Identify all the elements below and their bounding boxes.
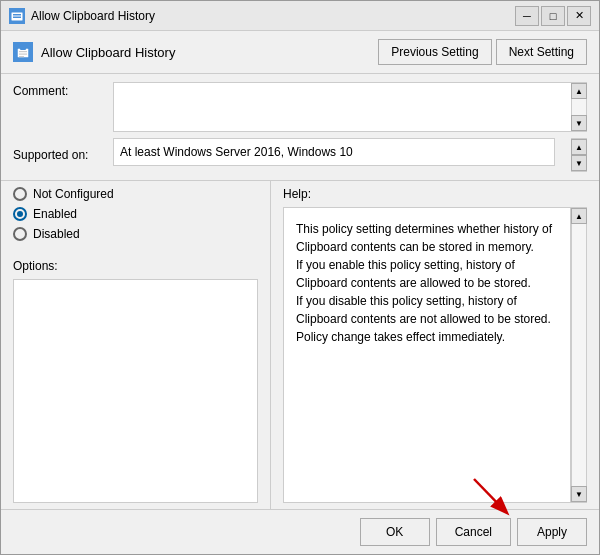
help-scroll-track — [572, 224, 586, 486]
content-area: Comment: ▲ ▼ Supported on: At least Wind… — [1, 74, 599, 554]
cancel-button[interactable]: Cancel — [436, 518, 511, 546]
top-section: Comment: ▲ ▼ Supported on: At least Wind… — [1, 74, 599, 181]
supported-row: Supported on: At least Windows Server 20… — [13, 138, 587, 172]
header-icon — [13, 42, 33, 62]
nav-buttons: Previous Setting Next Setting — [378, 39, 587, 65]
radio-not-configured-input[interactable] — [13, 187, 27, 201]
options-label: Options: — [13, 259, 258, 273]
maximize-button[interactable]: □ — [541, 6, 565, 26]
dialog-title: Allow Clipboard History — [41, 45, 378, 60]
comment-row: Comment: ▲ ▼ — [13, 82, 587, 132]
window-icon — [9, 8, 25, 24]
close-button[interactable]: ✕ — [567, 6, 591, 26]
help-label: Help: — [283, 187, 587, 201]
svg-rect-5 — [19, 51, 27, 52]
radio-disabled[interactable]: Disabled — [13, 227, 258, 241]
footer: OK Cancel Apply — [1, 509, 599, 554]
supported-scroll-container: At least Windows Server 2016, Windows 10… — [113, 138, 587, 172]
radio-group: Not Configured Enabled Disabled — [13, 187, 258, 247]
right-panel: Help: This policy setting determines whe… — [271, 181, 599, 509]
radio-not-configured[interactable]: Not Configured — [13, 187, 258, 201]
supported-scroll-down[interactable]: ▼ — [571, 155, 587, 171]
apply-button[interactable]: Apply — [517, 518, 587, 546]
comment-label: Comment: — [13, 82, 113, 98]
left-panel: Not Configured Enabled Disabled Options: — [1, 181, 271, 509]
window-title: Allow Clipboard History — [31, 9, 515, 23]
comment-scroll-up[interactable]: ▲ — [571, 83, 587, 99]
svg-rect-4 — [20, 46, 26, 50]
comment-scroll-down[interactable]: ▼ — [571, 115, 587, 131]
comment-input[interactable] — [113, 82, 571, 132]
radio-enabled-label: Enabled — [33, 207, 77, 221]
radio-not-configured-label: Not Configured — [33, 187, 114, 201]
header-bar: Allow Clipboard History Previous Setting… — [1, 31, 599, 74]
comment-scroll-track — [572, 99, 586, 115]
svg-rect-1 — [13, 14, 21, 16]
radio-enabled[interactable]: Enabled — [13, 207, 258, 221]
minimize-button[interactable]: ─ — [515, 6, 539, 26]
help-scroll-up[interactable]: ▲ — [571, 208, 587, 224]
ok-button[interactable]: OK — [360, 518, 430, 546]
help-scrollbar[interactable]: ▲ ▼ — [571, 207, 587, 503]
svg-rect-7 — [19, 56, 24, 57]
svg-rect-2 — [13, 16, 21, 18]
main-window: Allow Clipboard History ─ □ ✕ Allow Clip… — [0, 0, 600, 555]
comment-scroll-container: ▲ ▼ — [113, 82, 587, 132]
supported-scrollbar[interactable]: ▲ ▼ — [571, 138, 587, 172]
window-controls: ─ □ ✕ — [515, 6, 591, 26]
prev-setting-button[interactable]: Previous Setting — [378, 39, 491, 65]
options-box — [13, 279, 258, 503]
comment-scrollbar[interactable]: ▲ ▼ — [571, 82, 587, 132]
help-scroll-down[interactable]: ▼ — [571, 486, 587, 502]
supported-value: At least Windows Server 2016, Windows 10 — [113, 138, 555, 166]
help-text: This policy setting determines whether h… — [283, 207, 571, 503]
svg-rect-6 — [19, 54, 27, 55]
middle-section: Not Configured Enabled Disabled Options: — [1, 181, 599, 509]
supported-label: Supported on: — [13, 148, 113, 162]
supported-scroll-up[interactable]: ▲ — [571, 139, 587, 155]
radio-disabled-label: Disabled — [33, 227, 80, 241]
radio-enabled-input[interactable] — [13, 207, 27, 221]
next-setting-button[interactable]: Next Setting — [496, 39, 587, 65]
help-box-container: This policy setting determines whether h… — [283, 207, 587, 503]
title-bar: Allow Clipboard History ─ □ ✕ — [1, 1, 599, 31]
radio-disabled-input[interactable] — [13, 227, 27, 241]
